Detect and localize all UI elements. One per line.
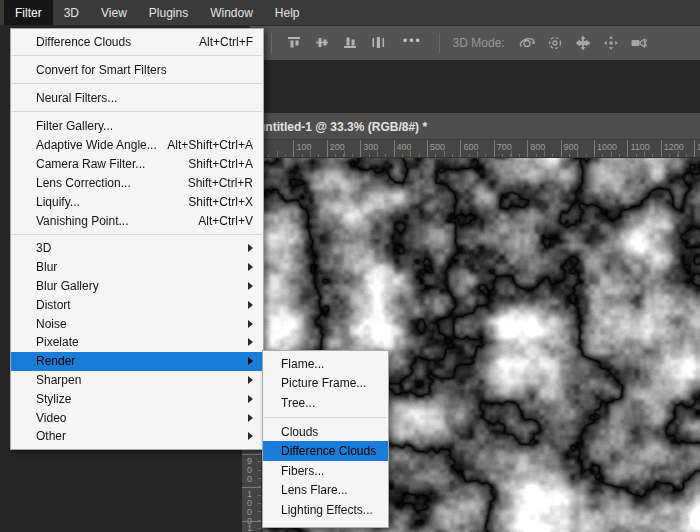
slide-3d-camera-icon[interactable] — [602, 34, 620, 52]
menubar-item-plugins[interactable]: Plugins — [138, 0, 199, 25]
ruler-tick — [268, 154, 269, 157]
ruler-major-tick — [242, 521, 261, 522]
filter-menu-item-convert-for-smart-filters[interactable]: Convert for Smart Filters — [11, 60, 263, 79]
render-submenu-panel: Flame...Picture Frame...Tree...CloudsDif… — [262, 350, 389, 528]
menubar-item-filter[interactable]: Filter — [4, 0, 53, 25]
menu-item-label: 3D — [36, 241, 51, 255]
filter-menu-item-liquify[interactable]: Liquify...Shift+Ctrl+X — [11, 192, 263, 211]
menubar-item-help[interactable]: Help — [264, 0, 311, 25]
filter-menu-panel: Difference CloudsAlt+Ctrl+FConvert for S… — [10, 28, 264, 450]
roll-3d-camera-icon[interactable] — [546, 34, 564, 52]
horizontal-ruler[interactable]: 1002003004005006007008009001000110012001… — [262, 140, 700, 158]
menu-item-label: Distort — [36, 298, 71, 312]
render-submenu-item-lens-flare[interactable]: Lens Flare... — [263, 481, 388, 501]
filter-menu-item-vanishing-point[interactable]: Vanishing Point...Alt+Ctrl+V — [11, 211, 263, 230]
render-submenu-item-clouds[interactable]: Clouds — [263, 422, 388, 442]
filter-menu-item-pixelate[interactable]: Pixelate — [11, 333, 263, 352]
ruler-tick — [277, 151, 278, 157]
filter-menu-item-difference-clouds[interactable]: Difference CloudsAlt+Ctrl+F — [11, 32, 263, 51]
align-vertical-centers-icon[interactable] — [314, 34, 332, 52]
filter-menu-item-3d[interactable]: 3D — [11, 239, 263, 258]
menu-item-label: Noise — [36, 317, 67, 331]
ruler-tick — [352, 154, 353, 157]
menu-item-label: Picture Frame... — [281, 376, 366, 390]
menubar-item-3d[interactable]: 3D — [53, 0, 90, 25]
ruler-label: 500 — [430, 142, 445, 152]
ruler-major-tick — [293, 140, 294, 157]
render-submenu-item-difference-clouds[interactable]: Difference Clouds — [263, 441, 388, 461]
menu-item-label: Adaptive Wide Angle... — [36, 138, 157, 152]
menu-bar: Filter3DViewPluginsWindowHelp — [0, 0, 700, 25]
filter-menu-item-filter-gallery[interactable]: Filter Gallery... — [11, 116, 263, 135]
submenu-arrow-icon — [248, 414, 253, 422]
ruler-label: 900 — [247, 457, 252, 484]
menu-item-label: Render — [36, 354, 75, 368]
options-separator — [439, 33, 440, 53]
ruler-tick — [385, 154, 386, 157]
filter-menu-item-camera-raw-filter[interactable]: Camera Raw Filter...Shift+Ctrl+A — [11, 154, 263, 173]
filter-menu-item-stylize[interactable]: Stylize — [11, 389, 263, 408]
submenu-arrow-icon — [248, 376, 253, 384]
ruler-tick — [258, 470, 261, 471]
filter-menu-item-other[interactable]: Other — [11, 427, 263, 446]
render-submenu-item-lighting-effects[interactable]: Lighting Effects... — [263, 500, 388, 520]
menubar-item-window[interactable]: Window — [199, 0, 264, 25]
document-tab[interactable]: untitled-1 @ 33.3% (RGB/8#) * — [258, 120, 427, 134]
submenu-arrow-icon — [248, 357, 253, 365]
options-separator — [271, 33, 272, 53]
menu-item-label: Convert for Smart Filters — [36, 63, 167, 77]
more-options-button[interactable]: ••• — [403, 34, 422, 48]
menu-item-shortcut: Alt+Ctrl+F — [199, 35, 253, 49]
ruler-tick — [258, 495, 261, 496]
ruler-tick — [636, 154, 637, 157]
ruler-major-tick — [427, 140, 428, 157]
menu-item-label: Sharpen — [36, 373, 81, 387]
ruler-major-tick — [594, 140, 595, 157]
filter-menu-item-video[interactable]: Video — [11, 408, 263, 427]
ruler-tick — [485, 154, 486, 157]
distribute-horizontal-centers-icon[interactable] — [370, 34, 388, 52]
align-top-edges-icon[interactable] — [286, 34, 304, 52]
ruler-tick — [536, 154, 537, 157]
submenu-arrow-icon — [248, 320, 253, 328]
ruler-major-tick — [627, 140, 628, 157]
ruler-tick — [318, 154, 319, 157]
orbit-3d-camera-icon[interactable] — [518, 34, 536, 52]
submenu-arrow-icon — [248, 282, 253, 290]
align-bottom-edges-icon[interactable] — [342, 34, 360, 52]
menu-item-label: Other — [36, 429, 66, 443]
menu-separator — [12, 234, 262, 235]
filter-menu-item-distort[interactable]: Distort — [11, 295, 263, 314]
menu-item-label: Video — [36, 411, 66, 425]
filter-menu-item-render[interactable]: Render — [11, 352, 263, 371]
filter-menu-item-blur[interactable]: Blur — [11, 258, 263, 277]
menu-item-shortcut: Shift+Ctrl+X — [188, 195, 253, 209]
menubar-item-view[interactable]: View — [90, 0, 138, 25]
menu-separator — [264, 417, 387, 418]
ruler-tick — [402, 154, 403, 157]
menu-item-shortcut: Alt+Shift+Ctrl+A — [167, 138, 253, 152]
menu-separator — [12, 55, 262, 56]
photoshop-window: Filter3DViewPluginsWindowHelp ••• 3D Mod… — [0, 0, 700, 532]
filter-menu-item-noise[interactable]: Noise — [11, 314, 263, 333]
submenu-arrow-icon — [248, 432, 253, 440]
render-submenu-item-picture-frame[interactable]: Picture Frame... — [263, 374, 388, 394]
pan-3d-camera-icon[interactable] — [574, 34, 592, 52]
filter-menu-item-adaptive-wide-angle[interactable]: Adaptive Wide Angle...Alt+Shift+Ctrl+A — [11, 135, 263, 154]
filter-menu-item-blur-gallery[interactable]: Blur Gallery — [11, 277, 263, 296]
ruler-tick — [586, 154, 587, 157]
menu-item-label: Neural Filters... — [36, 91, 117, 105]
dolly-3d-camera-icon[interactable] — [630, 34, 648, 52]
ruler-tick — [602, 154, 603, 157]
ruler-major-tick — [242, 487, 261, 488]
filter-menu-item-neural-filters[interactable]: Neural Filters... — [11, 88, 263, 107]
ruler-tick — [258, 478, 261, 479]
render-submenu-item-fibers[interactable]: Fibers... — [263, 461, 388, 481]
render-submenu-item-flame[interactable]: Flame... — [263, 354, 388, 374]
filter-menu-item-sharpen[interactable]: Sharpen — [11, 371, 263, 390]
filter-menu-item-lens-correction[interactable]: Lens Correction...Shift+Ctrl+R — [11, 173, 263, 192]
ruler-tick — [669, 154, 670, 157]
render-submenu-item-tree[interactable]: Tree... — [263, 393, 388, 413]
ruler-tick — [335, 154, 336, 157]
menu-item-label: Flame... — [281, 357, 324, 371]
